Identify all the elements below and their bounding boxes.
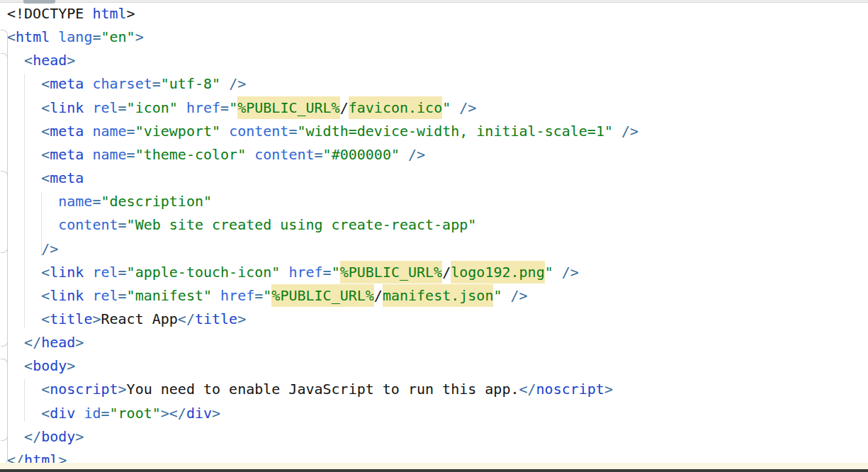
code-token: [451, 99, 459, 116]
code-token: [7, 381, 41, 398]
code-token: >: [92, 310, 101, 327]
code-token: =: [118, 264, 127, 281]
scrollbar-thumb[interactable]: [23, 0, 55, 4]
code-token: [212, 287, 220, 304]
code-token: <: [41, 264, 50, 281]
code-token: >: [127, 5, 135, 22]
code-token: [7, 240, 41, 257]
code-token: <: [41, 99, 50, 116]
code-token: [84, 123, 92, 140]
code-token: >: [135, 28, 144, 45]
code-token: /: [374, 287, 383, 304]
code-token: href: [220, 287, 254, 304]
code-token: "#000000": [323, 146, 400, 163]
code-token: </: [519, 381, 536, 398]
code-line-1[interactable]: <!DOCTYPE html>: [0, 2, 868, 26]
code-token: /: [340, 99, 349, 116]
code-line-16[interactable]: <body>: [0, 354, 868, 378]
code-token: [84, 146, 92, 163]
code-line-7[interactable]: <meta name="theme-color" content="#00000…: [0, 143, 868, 167]
code-token: name: [92, 123, 126, 140]
code-token: [75, 405, 84, 422]
code-token: href: [186, 99, 220, 116]
code-line-19[interactable]: </body>: [0, 425, 868, 449]
code-token: name: [58, 193, 92, 210]
code-token: =: [101, 405, 109, 422]
code-token: >: [75, 428, 84, 445]
code-token: [7, 287, 41, 304]
code-token: link: [50, 264, 84, 281]
code-line-3[interactable]: <head>: [0, 49, 868, 72]
code-token: meta: [50, 123, 84, 140]
code-token: [7, 357, 24, 374]
fold-marker-start-line-16[interactable]: [1, 359, 8, 368]
code-token: <: [41, 75, 50, 92]
code-token: [7, 216, 58, 233]
code-token: "icon": [127, 99, 178, 116]
code-token: ": [332, 264, 340, 281]
code-line-11[interactable]: />: [0, 237, 868, 261]
fold-marker-start-line-3[interactable]: [1, 53, 8, 62]
code-line-12[interactable]: <link rel="apple-touch-icon" href="%PUBL…: [0, 261, 868, 284]
code-token: [7, 75, 41, 92]
code-token: "en": [101, 28, 135, 45]
fold-marker-start-line-8[interactable]: [1, 171, 8, 180]
code-token: </: [178, 310, 195, 327]
code-line-13[interactable]: <link rel="manifest" href="%PUBLIC_URL%/…: [0, 284, 868, 308]
code-token: =: [118, 99, 127, 116]
code-editor[interactable]: <!DOCTYPE html><html lang="en"> <head> <…: [0, 0, 868, 472]
code-token: [84, 75, 92, 92]
code-token: [84, 287, 92, 304]
code-token: >: [604, 381, 613, 398]
code-token: content: [254, 146, 314, 163]
code-token: =: [118, 287, 127, 304]
code-line-10[interactable]: content="Web site created using create-r…: [0, 213, 868, 237]
code-token: />: [511, 287, 528, 304]
code-token: />: [41, 240, 58, 257]
code-token: <: [41, 169, 50, 186]
code-token: You need to enable JavaScript to run thi…: [127, 381, 519, 398]
code-lines[interactable]: <!DOCTYPE html><html lang="en"> <head> <…: [0, 2, 868, 472]
code-token: <: [24, 52, 33, 69]
code-line-18[interactable]: <div id="root"></div>: [0, 402, 868, 425]
code-token: />: [562, 264, 579, 281]
code-line-8[interactable]: <meta: [0, 167, 868, 190]
code-token: logo192.png: [451, 261, 544, 283]
code-token: =: [127, 123, 135, 140]
code-line-9[interactable]: name="description": [0, 190, 868, 213]
code-token: [613, 123, 621, 140]
code-token: =: [127, 146, 135, 163]
code-token: [7, 123, 41, 140]
code-token: React App: [101, 310, 177, 327]
code-line-17[interactable]: <noscript>You need to enable JavaScript …: [0, 378, 868, 401]
code-token: "manifest": [127, 287, 212, 304]
code-token: html: [92, 5, 126, 22]
code-token: =: [315, 146, 323, 163]
code-token: title: [195, 310, 237, 327]
code-token: <: [24, 357, 33, 374]
code-token: charset: [92, 75, 152, 92]
code-token: ": [229, 99, 237, 116]
code-token: [400, 146, 408, 163]
code-line-4[interactable]: <meta charset="utf-8" />: [0, 72, 868, 96]
code-line-2[interactable]: <html lang="en">: [0, 26, 868, 49]
code-token: =: [152, 75, 161, 92]
code-line-6[interactable]: <meta name="viewport" content="width=dev…: [0, 120, 868, 143]
code-token: <!DOCTYPE: [7, 5, 92, 22]
fold-marker-start-line-2[interactable]: [1, 30, 8, 39]
code-token: />: [621, 123, 638, 140]
code-line-15[interactable]: </head>: [0, 331, 868, 354]
code-token: noscript: [50, 381, 118, 398]
code-line-5[interactable]: <link rel="icon" href="%PUBLIC_URL%/favi…: [0, 96, 868, 120]
code-token: =: [254, 287, 263, 304]
code-token: ": [263, 287, 271, 304]
code-token: link: [50, 99, 84, 116]
code-token: ": [493, 287, 502, 304]
code-token: =: [288, 123, 297, 140]
code-token: </: [24, 428, 41, 445]
code-token: rel: [92, 99, 118, 116]
code-token: [553, 264, 562, 281]
code-line-14[interactable]: <title>React App</title>: [0, 308, 868, 331]
window-bottom-edge: [0, 469, 868, 472]
code-token: =: [118, 216, 127, 233]
